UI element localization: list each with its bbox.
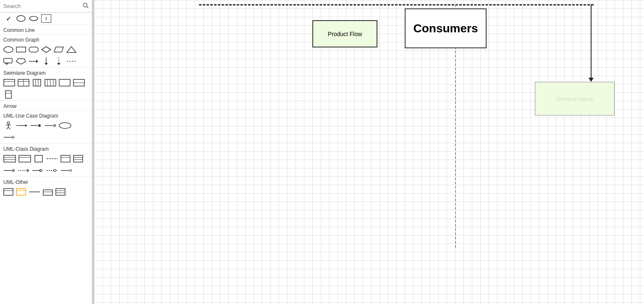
- search-bar: [0, 0, 92, 13]
- section-common-graph: Common Graph: [0, 34, 92, 44]
- class-dashed-shape[interactable]: [46, 155, 58, 163]
- uml-class-arrow1[interactable]: [3, 166, 15, 175]
- svg-marker-14: [36, 60, 38, 63]
- search-icon[interactable]: [83, 3, 89, 10]
- consumers-box[interactable]: Consumers: [405, 8, 487, 48]
- arrow-right-shape[interactable]: [29, 57, 39, 66]
- svg-rect-20: [4, 79, 15, 86]
- svg-rect-10: [4, 58, 12, 63]
- rect-shape[interactable]: [16, 45, 26, 54]
- arrow-line: [591, 4, 592, 78]
- label-shape[interactable]: I: [41, 14, 51, 23]
- right-arrow-down: [589, 4, 594, 82]
- uml-other2-shape[interactable]: [16, 188, 26, 196]
- svg-point-45: [38, 124, 41, 127]
- svg-rect-55: [19, 155, 31, 162]
- svg-line-48: [54, 126, 56, 127]
- svg-line-47: [54, 124, 56, 126]
- section-common-line: Common Line: [0, 24, 92, 34]
- swimlane3-shape[interactable]: [32, 79, 42, 87]
- svg-line-41: [8, 127, 10, 129]
- uml-class-arrow3[interactable]: [32, 166, 44, 175]
- search-input[interactable]: [3, 3, 81, 9]
- svg-marker-9: [67, 47, 76, 52]
- demand-signal-box[interactable]: Demand Signal: [535, 82, 615, 115]
- swimlane4-shape[interactable]: [45, 79, 56, 87]
- svg-rect-6: [29, 47, 38, 52]
- svg-line-74: [70, 170, 72, 172]
- svg-rect-82: [56, 189, 65, 195]
- canvas-area[interactable]: Product Flow Consumers Demand Signal: [94, 0, 644, 304]
- svg-point-3: [29, 16, 38, 21]
- svg-marker-12: [16, 59, 26, 64]
- svg-marker-51: [13, 136, 15, 139]
- uml-arrow1-shape[interactable]: [16, 121, 28, 130]
- product-flow-box[interactable]: Product Flow: [312, 20, 377, 47]
- svg-point-2: [17, 16, 25, 21]
- rounded-rect-shape[interactable]: [29, 45, 39, 54]
- uml-usecase-shapes-row2: [0, 131, 92, 143]
- class-box-shape[interactable]: [3, 155, 16, 163]
- parallelogram-shape[interactable]: [54, 45, 64, 54]
- svg-rect-32: [59, 79, 70, 86]
- uml-class-arrow4[interactable]: [46, 166, 58, 175]
- dashed-line-shape[interactable]: [66, 57, 76, 66]
- swimlane-shapes-row1: [0, 77, 92, 89]
- section-uml-class: UML-Class Diagram: [0, 143, 92, 153]
- triangle-shape[interactable]: [66, 45, 76, 54]
- svg-point-37: [7, 122, 9, 124]
- checkmark-shape[interactable]: ✓: [3, 14, 13, 23]
- section-swimlane: Swimlane Diagram: [0, 67, 92, 77]
- uml-class-shapes-row1: [0, 153, 92, 165]
- swimlane5-shape[interactable]: [59, 79, 71, 87]
- svg-marker-65: [13, 169, 15, 172]
- svg-marker-8: [54, 47, 63, 52]
- svg-rect-77: [16, 189, 26, 195]
- class-box2-shape[interactable]: [18, 155, 31, 163]
- actor-shape[interactable]: [3, 121, 13, 130]
- top-shapes-row: ✓ I: [0, 13, 92, 24]
- uml-other1-shape[interactable]: [3, 188, 13, 196]
- oval-shape[interactable]: [3, 45, 13, 54]
- uml-other5-shape[interactable]: [55, 188, 65, 196]
- svg-point-4: [4, 47, 13, 52]
- uml-long-arrow-shape[interactable]: [3, 133, 15, 142]
- swimlane1-shape[interactable]: [3, 79, 15, 87]
- uml-arrow2-shape[interactable]: [30, 121, 42, 130]
- class-box4-shape[interactable]: [73, 155, 83, 163]
- uml-class-arrow2[interactable]: [18, 166, 29, 175]
- pentagon-shape[interactable]: [16, 57, 26, 66]
- common-shapes-row2: [0, 55, 92, 67]
- class-box3-shape[interactable]: [60, 155, 71, 163]
- diamond-shape[interactable]: [41, 45, 51, 54]
- svg-rect-57: [35, 155, 42, 162]
- svg-line-1: [87, 7, 89, 8]
- uml-class-arrow5[interactable]: [60, 166, 72, 175]
- dashed-top-border: [199, 4, 594, 5]
- arrow-down-shape[interactable]: [41, 57, 51, 66]
- uml-usecase-shapes-row1: [0, 120, 92, 131]
- common-shapes-row1: [0, 44, 92, 55]
- uml-other4-shape[interactable]: [43, 188, 53, 196]
- svg-marker-43: [25, 124, 27, 127]
- uml-other3-shape[interactable]: [29, 188, 40, 196]
- uml-other-shapes-row1: [0, 186, 92, 198]
- swimlane6-shape[interactable]: [73, 79, 85, 87]
- ellipse-shape[interactable]: [29, 14, 39, 23]
- svg-rect-75: [4, 189, 13, 195]
- callout-shape[interactable]: [3, 57, 13, 66]
- svg-rect-35: [5, 91, 11, 98]
- svg-rect-59: [61, 155, 70, 162]
- arrow-down2-shape[interactable]: [54, 57, 64, 66]
- uml-arrow3-shape[interactable]: [45, 121, 56, 130]
- arrow-head: [589, 78, 594, 82]
- sidebar: ✓ I Common Line Common Graph: [0, 0, 92, 304]
- swimlane-single-shape[interactable]: [3, 90, 13, 99]
- section-uml-usecase: UML-Use Case Diagram: [0, 110, 92, 120]
- circle-shape[interactable]: [16, 14, 26, 23]
- svg-line-73: [70, 169, 72, 170]
- uml-oval-shape[interactable]: [59, 121, 71, 130]
- swimlane2-shape[interactable]: [18, 79, 29, 87]
- svg-rect-61: [73, 155, 83, 162]
- class-simple-shape[interactable]: [34, 155, 44, 163]
